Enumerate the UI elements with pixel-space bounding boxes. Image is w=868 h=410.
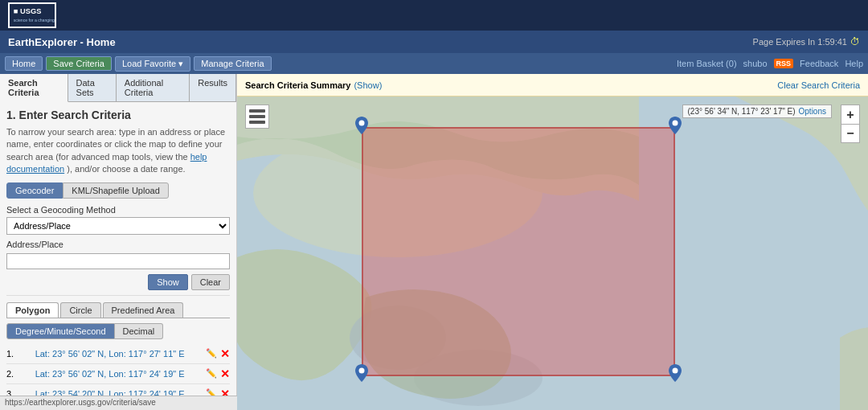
coord-row-1: 1. Lat: 23° 56' 02" N, Lon: 117° 27' 11"… xyxy=(6,344,230,364)
load-favorite-button[interactable]: Load Favorite ▾ xyxy=(115,56,190,72)
map-container[interactable]: (23° 56' 34" N, 117° 23' 17" E) Options … xyxy=(237,96,868,410)
coords-options-link[interactable]: Options xyxy=(799,107,826,116)
shape-tab-polygon[interactable]: Polygon xyxy=(6,302,59,318)
main-content: Search Criteria Data Sets Additional Cri… xyxy=(0,74,868,410)
layer-button[interactable] xyxy=(245,105,269,129)
geocoder-tab[interactable]: Geocoder xyxy=(6,182,63,199)
deg-tab-decimal[interactable]: Decimal xyxy=(115,323,164,339)
geocoder-tab-bar: Geocoder KML/Shapefile Upload xyxy=(6,182,230,199)
zoom-out-button[interactable]: − xyxy=(841,124,860,143)
summary-bar: Search Criteria Summary (Show) Clear Sea… xyxy=(237,74,868,96)
username-link[interactable]: shubo xyxy=(743,59,768,68)
coord-text-1: Lat: 23° 56' 02" N, Lon: 117° 27' 11" E xyxy=(35,349,185,359)
summary-label: Search Criteria Summary xyxy=(245,80,350,90)
header: ■ USGS science for a changing world xyxy=(0,0,868,31)
coord-actions-2: ✏️ ✕ xyxy=(206,367,230,380)
timer-container: Page Expires In 1:59:41 ⏱ xyxy=(753,36,860,47)
coord-num-1: 1. xyxy=(6,349,14,359)
left-panel: Search Criteria Data Sets Additional Cri… xyxy=(0,74,237,410)
status-bar: https://earthexplorer.usgs.gov/criteria/… xyxy=(0,396,237,410)
shape-tab-predefined[interactable]: Predefined Area xyxy=(103,302,184,318)
show-clear-row: Show Clear xyxy=(6,274,230,290)
divider xyxy=(6,295,230,296)
svg-point-7 xyxy=(359,121,365,126)
shape-tab-bar: Polygon Circle Predefined Area xyxy=(6,302,230,318)
nav-bar: Home Save Criteria Load Favorite ▾ Manag… xyxy=(0,53,868,74)
nav-left: Home Save Criteria Load Favorite ▾ Manag… xyxy=(5,56,272,72)
tab-search-criteria[interactable]: Search Criteria xyxy=(0,74,68,102)
selection-rectangle xyxy=(362,127,675,376)
svg-point-8 xyxy=(673,121,678,126)
summary-show-link[interactable]: (Show) xyxy=(354,80,382,90)
save-criteria-button[interactable]: Save Criteria xyxy=(46,56,112,71)
coord-num-2: 2. xyxy=(6,369,14,379)
svg-point-10 xyxy=(673,368,678,374)
tab-additional-criteria[interactable]: Additional Criteria xyxy=(117,74,190,101)
feedback-link[interactable]: Feedback xyxy=(800,59,838,68)
map-panel[interactable]: Search Criteria Summary (Show) Clear Sea… xyxy=(237,74,868,410)
coord-edit-1[interactable]: ✏️ xyxy=(206,348,217,359)
section-title: 1. Enter Search Criteria xyxy=(6,109,230,121)
svg-point-9 xyxy=(359,368,365,374)
svg-rect-11 xyxy=(249,109,265,113)
coord-actions-1: ✏️ ✕ xyxy=(206,347,230,360)
tab-data-sets[interactable]: Data Sets xyxy=(68,74,117,101)
address-label: Address/Place xyxy=(6,240,230,249)
shape-tab-circle[interactable]: Circle xyxy=(60,302,100,318)
usgs-logo-container: ■ USGS science for a changing world xyxy=(8,2,63,28)
map-pin-top-right[interactable] xyxy=(669,117,682,134)
coord-row-2: 2. Lat: 23° 56' 02" N, Lon: 117° 24' 19"… xyxy=(6,364,230,384)
geocoding-method-group: Select a Geocoding Method Address/Place xyxy=(6,205,230,235)
help-link[interactable]: Help xyxy=(845,59,863,68)
clear-button[interactable]: Clear xyxy=(191,274,230,290)
timer-icon: ⏱ xyxy=(850,36,860,47)
coordinates-display: (23° 56' 34" N, 117° 23' 17" E) Options xyxy=(682,105,832,118)
geocoding-label: Select a Geocoding Method xyxy=(6,205,230,215)
kml-tab[interactable]: KML/Shapefile Upload xyxy=(63,182,168,199)
map-zoom-controls: + − xyxy=(841,105,860,143)
rss-badge[interactable]: RSS xyxy=(774,59,794,68)
svg-text:science for a changing world: science for a changing world xyxy=(13,18,54,23)
svg-text:■ USGS: ■ USGS xyxy=(13,7,41,15)
panel-content: 1. Enter Search Criteria To narrow your … xyxy=(0,102,236,410)
page-title: EarthExplorer - Home xyxy=(8,36,116,48)
coords-value: (23° 56' 34" N, 117° 23' 17" E) xyxy=(688,107,796,116)
usgs-logo-svg: ■ USGS science for a changing world xyxy=(10,4,55,27)
deg-tab-bar: Degree/Minute/Second Decimal xyxy=(6,323,230,339)
show-button[interactable]: Show xyxy=(148,274,188,290)
map-pin-top-left[interactable] xyxy=(355,117,368,134)
nav-right: Item Basket (0) shubo RSS Feedback Help xyxy=(677,59,863,68)
title-bar: EarthExplorer - Home Page Expires In 1:5… xyxy=(0,31,868,53)
address-group: Address/Place xyxy=(6,240,230,269)
status-url: https://earthexplorer.usgs.gov/criteria/… xyxy=(5,398,156,407)
clear-search-link[interactable]: Clear Search Criteria xyxy=(777,80,860,90)
panel-description: To narrow your search area: type in an a… xyxy=(6,126,230,176)
tab-results[interactable]: Results xyxy=(190,74,236,101)
svg-rect-12 xyxy=(249,115,265,118)
coord-text-2: Lat: 23° 56' 02" N, Lon: 117° 24' 19" E xyxy=(35,369,185,379)
summary-left: Search Criteria Summary (Show) xyxy=(245,80,382,90)
usgs-logo: ■ USGS science for a changing world xyxy=(8,2,56,28)
map-pin-bottom-left[interactable] xyxy=(355,364,368,382)
main-tab-bar: Search Criteria Data Sets Additional Cri… xyxy=(0,74,236,102)
deg-tab-dms[interactable]: Degree/Minute/Second xyxy=(6,323,115,339)
timer-text: Page Expires In 1:59:41 xyxy=(753,37,847,47)
zoom-in-button[interactable]: + xyxy=(841,105,860,124)
item-basket-link[interactable]: Item Basket (0) xyxy=(677,59,737,68)
address-input[interactable] xyxy=(6,253,230,269)
coord-edit-2[interactable]: ✏️ xyxy=(206,368,217,379)
map-pin-bottom-right[interactable] xyxy=(669,364,682,382)
geocoding-select[interactable]: Address/Place xyxy=(6,217,230,235)
home-button[interactable]: Home xyxy=(5,56,43,71)
manage-criteria-button[interactable]: Manage Criteria xyxy=(194,56,271,71)
coord-delete-2[interactable]: ✕ xyxy=(220,367,230,380)
coord-delete-1[interactable]: ✕ xyxy=(220,347,230,360)
svg-rect-13 xyxy=(249,121,265,124)
